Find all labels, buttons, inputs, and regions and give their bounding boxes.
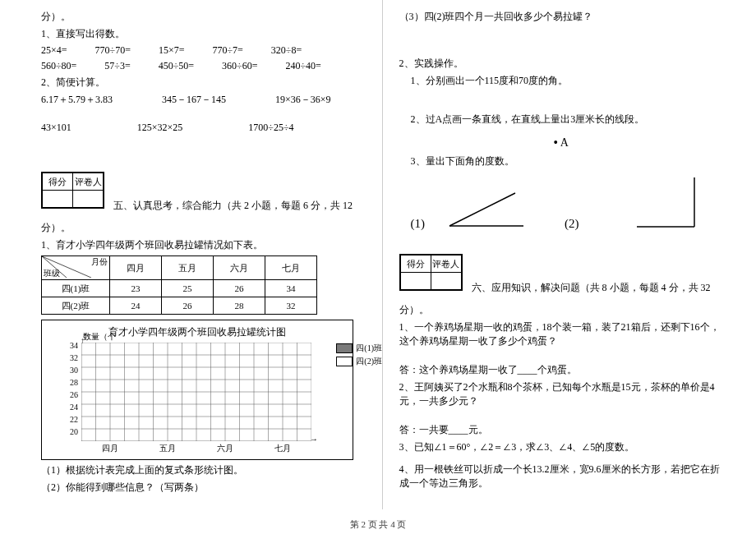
- sec6-title: 六、应用知识，解决问题（共 8 小题，每题 4 分，共 32: [472, 282, 711, 293]
- table-row: 四(2)班 24 26 28 32: [42, 297, 317, 315]
- legend-swatch-icon: [336, 357, 353, 366]
- page-footer: 第 2 页 共 4 页: [0, 518, 756, 531]
- q6-3: 3、已知∠1＝60°，∠2＝∠3，求∠3、∠4、∠5的度数。: [399, 440, 724, 454]
- q5-1: 1、育才小学四年级两个班回收易拉罐情况如下表。: [41, 238, 366, 252]
- q6-2: 2、王阿姨买了2个水瓶和8个茶杯，已知每个水瓶是15元，茶杯的单价是4元，一共多…: [399, 380, 724, 408]
- chart-grid: [81, 343, 311, 441]
- dot-icon: •: [554, 136, 558, 149]
- q5-sub1: （1）根据统计表完成上面的复式条形统计图。: [41, 463, 366, 477]
- prac-2: 2、过A点画一条直线，在直线上量出3厘米长的线段。: [399, 113, 724, 127]
- table-row: 四(1)班 23 25 26 34: [42, 280, 317, 297]
- legend-swatch-icon: [336, 343, 353, 353]
- bar-chart-blank: 育才小学四年级两个班回收易拉罐统计图 数量（个 ↑ 34 32 30 28 26…: [41, 320, 353, 460]
- sec5-tail: 分）。: [41, 221, 366, 235]
- score-box-6: 得分评卷人: [399, 254, 463, 291]
- q4-2: 2、简便计算。: [41, 76, 366, 90]
- q4-1: 1、直接写出得数。: [41, 27, 366, 41]
- point-a: • A: [399, 136, 724, 150]
- q6-1: 1、一个养鸡场星期一收的鸡蛋，18个装一箱，装了21箱后，还剩下16个，这个养鸡…: [399, 320, 724, 348]
- prac-1: 1、分别画出一个115度和70度的角。: [399, 74, 724, 88]
- svg-line-29: [449, 193, 515, 226]
- q6-4: 4、用一根铁丝可以折成一个长13.2厘米，宽9.6厘米的长方形，若把它在折成一个…: [399, 463, 724, 490]
- sec5-title: 五、认真思考，综合能力（共 2 小题，每题 6 分，共 12: [113, 200, 353, 211]
- prac-3: 3、量出下面角的度数。: [399, 154, 724, 168]
- q6-1-answer: 答：这个养鸡场星期一收了____个鸡蛋。: [399, 363, 724, 377]
- angle-1-icon: [441, 185, 532, 231]
- sec6-tail: 分）。: [399, 303, 724, 317]
- q5-sub2: （2）你能得到哪些信息？（写两条）: [41, 481, 366, 495]
- q4-1-row1: 25×4= 770÷70= 15×7= 770÷7= 320÷8=: [41, 44, 366, 57]
- q4-1-row2: 560÷80= 57÷3= 450÷50= 360÷60= 240÷40=: [41, 60, 366, 72]
- q4-2-row2: 43×101 125×32×25 1700÷25÷4: [41, 122, 366, 134]
- q5-3: （3）四(2)班四个月一共回收多少个易拉罐？: [399, 10, 724, 24]
- q6-2-answer: 答：一共要____元。: [399, 423, 724, 437]
- angle-2-label: (2): [565, 217, 579, 231]
- q4-2-row1: 6.17＋5.79＋3.83 345－167－145 19×36－36×9: [41, 93, 366, 107]
- angle-2-icon: [629, 173, 703, 231]
- x-axis-ticks: 四月 五月 六月 七月: [81, 443, 311, 454]
- score-box-5: 得分评卷人: [41, 172, 104, 209]
- sec-practice: 2、实践操作。: [399, 57, 724, 71]
- sec4-tail: 分）。: [41, 10, 366, 24]
- angle-1-label: (1): [411, 217, 426, 231]
- chart-legend: 四(1)班 四(2)班: [336, 343, 382, 369]
- recycle-table: 月份 班级 四月 五月 六月 七月 四(1)班 23 25 26 34 四(2)…: [41, 255, 317, 315]
- y-axis-ticks: 34 32 30 28 26 24 22 20: [62, 339, 78, 438]
